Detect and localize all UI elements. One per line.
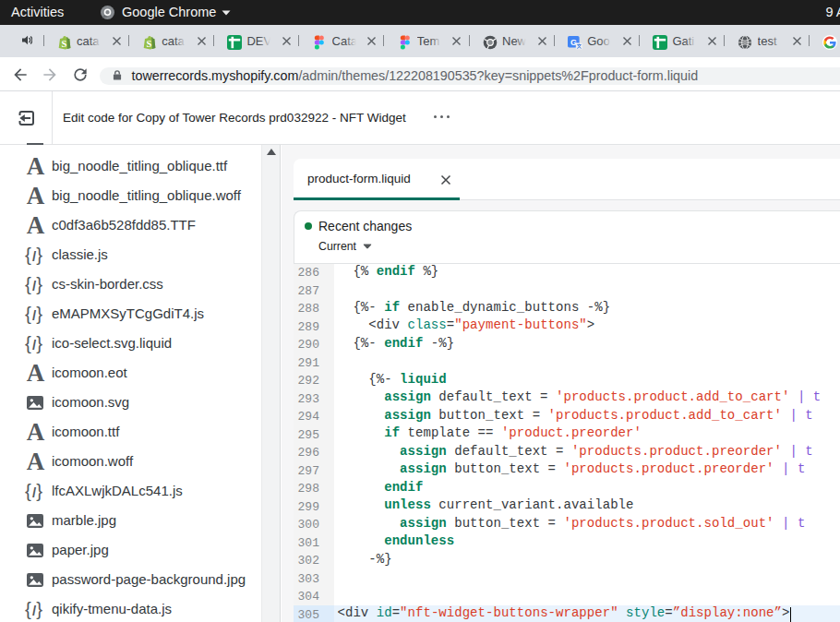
svg-text:S: S — [61, 38, 66, 48]
svg-text:S: S — [146, 38, 151, 48]
